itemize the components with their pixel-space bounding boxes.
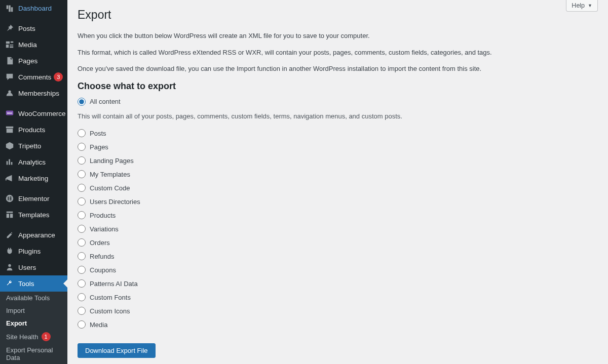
radio-option-row: Refunds bbox=[78, 252, 598, 260]
help-button[interactable]: Help ▼ bbox=[566, 0, 598, 12]
all-content-description: This will contain all of your posts, pag… bbox=[78, 111, 598, 122]
radio-refunds-label[interactable]: Refunds bbox=[90, 253, 114, 260]
radio-media-input[interactable] bbox=[78, 320, 86, 329]
radio-landing-pages-input[interactable] bbox=[78, 156, 86, 165]
plugins-icon bbox=[5, 247, 14, 256]
sidebar-item-label: Posts bbox=[18, 25, 35, 32]
radio-patterns-ai-data-label[interactable]: Patterns AI Data bbox=[90, 280, 138, 288]
sidebar-item-appearance[interactable]: Appearance bbox=[0, 227, 67, 243]
radio-custom-code-input[interactable] bbox=[78, 184, 86, 192]
choose-heading: Choose what to export bbox=[78, 81, 598, 92]
sidebar-item-label: Tripetto bbox=[18, 142, 41, 150]
sidebar-item-label: Plugins bbox=[18, 248, 41, 255]
sidebar-item-comments[interactable]: Comments 3 bbox=[0, 69, 67, 85]
sidebar-item-pages[interactable]: Pages bbox=[0, 53, 67, 69]
radio-variations-input[interactable] bbox=[78, 225, 86, 233]
radio-media-label[interactable]: Media bbox=[90, 321, 107, 329]
svg-rect-4 bbox=[10, 196, 12, 197]
sidebar-item-media[interactable]: Media bbox=[0, 36, 67, 53]
pages-icon bbox=[5, 56, 14, 65]
tripetto-icon bbox=[5, 141, 14, 150]
submenu-item-export-personal[interactable]: Export Personal Data bbox=[0, 344, 67, 364]
radio-option-row: Custom Code bbox=[78, 184, 598, 192]
radio-my-templates-input[interactable] bbox=[78, 170, 86, 178]
radio-patterns-ai-data-input[interactable] bbox=[78, 279, 86, 288]
svg-rect-6 bbox=[10, 199, 12, 200]
radio-orders-input[interactable] bbox=[78, 238, 86, 247]
radio-option-row: Media bbox=[78, 320, 598, 329]
sidebar-item-dashboard[interactable]: Dashboard bbox=[0, 0, 67, 16]
radio-coupons-label[interactable]: Coupons bbox=[90, 266, 116, 274]
woo-icon: woo bbox=[5, 109, 14, 118]
radio-custom-fonts-input[interactable] bbox=[78, 293, 86, 301]
radio-refunds-input[interactable] bbox=[78, 252, 86, 260]
radio-variations-label[interactable]: Variations bbox=[90, 225, 119, 233]
sidebar-item-label: Dashboard bbox=[18, 5, 52, 12]
sidebar-item-posts[interactable]: Posts bbox=[0, 20, 67, 36]
sidebar-item-label: Memberships bbox=[18, 90, 59, 97]
sidebar-item-label: Appearance bbox=[18, 231, 55, 239]
sidebar-item-label: Elementor bbox=[18, 195, 50, 203]
sidebar-item-users[interactable]: Users bbox=[0, 259, 67, 275]
radio-users-directories-label[interactable]: Users Directories bbox=[90, 198, 140, 206]
radio-option-row: Users Directories bbox=[78, 197, 598, 206]
sidebar-item-label: Tools bbox=[18, 280, 34, 288]
radio-posts-input[interactable] bbox=[78, 129, 86, 137]
radio-coupons-input[interactable] bbox=[78, 266, 86, 274]
radio-posts-label[interactable]: Posts bbox=[90, 130, 106, 137]
radio-landing-pages-label[interactable]: Landing Pages bbox=[90, 157, 134, 165]
tools-submenu: Available Tools Import Export Site Healt… bbox=[0, 292, 67, 364]
radio-all-content-label[interactable]: All content bbox=[90, 98, 121, 105]
radio-my-templates-label[interactable]: My Templates bbox=[90, 171, 130, 178]
main-content: Help ▼ Export When you click the button … bbox=[67, 0, 608, 364]
admin-sidebar: Dashboard Posts Media Pages Comments 3 M… bbox=[0, 0, 67, 364]
sidebar-item-marketing[interactable]: Marketing bbox=[0, 170, 67, 186]
marketing-icon bbox=[5, 174, 14, 183]
sidebar-item-plugins[interactable]: Plugins bbox=[0, 243, 67, 259]
sidebar-item-label: Pages bbox=[18, 57, 37, 65]
comments-badge: 3 bbox=[54, 72, 63, 82]
radio-all-content: All content bbox=[78, 98, 598, 106]
download-export-button[interactable]: Download Export File bbox=[78, 343, 156, 358]
radio-pages-label[interactable]: Pages bbox=[90, 143, 108, 151]
sidebar-item-elementor[interactable]: Elementor bbox=[0, 190, 67, 207]
radio-custom-fonts-label[interactable]: Custom Fonts bbox=[90, 294, 131, 301]
submenu-item-export[interactable]: Export bbox=[0, 317, 67, 330]
submenu-item-import[interactable]: Import bbox=[0, 304, 67, 317]
radio-pages-input[interactable] bbox=[78, 143, 86, 151]
templates-icon bbox=[5, 210, 14, 219]
sidebar-item-woocommerce[interactable]: woo WooCommerce bbox=[0, 105, 67, 122]
submenu-item-site-health[interactable]: Site Health1 bbox=[0, 330, 67, 344]
radio-option-row: Patterns AI Data bbox=[78, 279, 598, 288]
sidebar-item-templates[interactable]: Templates bbox=[0, 207, 67, 223]
sidebar-item-products[interactable]: Products bbox=[0, 122, 67, 138]
radio-custom-code-label[interactable]: Custom Code bbox=[90, 184, 130, 192]
radio-users-directories-input[interactable] bbox=[78, 197, 86, 206]
radio-option-row: Pages bbox=[78, 143, 598, 151]
sidebar-item-tools[interactable]: Tools bbox=[0, 275, 67, 292]
sidebar-item-analytics[interactable]: Analytics bbox=[0, 154, 67, 170]
tools-icon bbox=[5, 279, 14, 288]
radio-custom-icons-label[interactable]: Custom Icons bbox=[90, 307, 130, 315]
sidebar-item-memberships[interactable]: Memberships bbox=[0, 85, 67, 101]
radio-all-content-input[interactable] bbox=[78, 98, 86, 106]
sidebar-item-label: Comments bbox=[18, 73, 51, 81]
svg-rect-5 bbox=[10, 198, 12, 199]
radio-option-row: Variations bbox=[78, 225, 598, 233]
radio-option-row: Orders bbox=[78, 238, 598, 247]
radio-products-input[interactable] bbox=[78, 211, 86, 219]
dashboard-icon bbox=[5, 4, 14, 13]
svg-rect-3 bbox=[8, 196, 9, 200]
radio-products-label[interactable]: Products bbox=[90, 212, 116, 219]
radio-custom-icons-input[interactable] bbox=[78, 307, 86, 315]
sidebar-item-label: Media bbox=[18, 41, 37, 49]
radio-option-row: Coupons bbox=[78, 266, 598, 274]
submenu-item-available-tools[interactable]: Available Tools bbox=[0, 292, 67, 304]
sidebar-item-label: Products bbox=[18, 126, 45, 134]
sidebar-item-label: WooCommerce bbox=[18, 110, 66, 117]
sidebar-item-tripetto[interactable]: Tripetto bbox=[0, 138, 67, 154]
products-icon bbox=[5, 125, 14, 134]
intro-paragraph-1: When you click the button below WordPres… bbox=[78, 31, 598, 41]
sidebar-item-label: Templates bbox=[18, 211, 50, 219]
radio-orders-label[interactable]: Orders bbox=[90, 239, 110, 247]
